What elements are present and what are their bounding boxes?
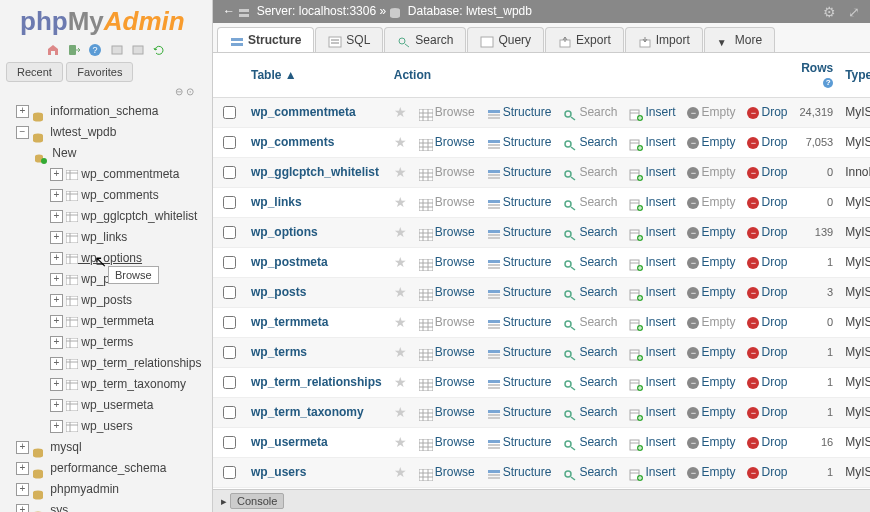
row-checkbox[interactable] [223,136,236,149]
db-node[interactable]: + performance_schema [8,458,208,479]
action-insert[interactable]: Insert [629,105,675,119]
breadcrumb-db[interactable]: lwtest_wpdb [466,4,532,18]
action-insert[interactable]: Insert [629,255,675,269]
expand-icon[interactable]: + [50,210,63,223]
favorite-star[interactable]: ★ [394,224,407,240]
row-checkbox[interactable] [223,316,236,329]
action-search[interactable]: Search [563,195,617,209]
expand-icon[interactable]: + [50,420,63,433]
action-drop[interactable]: −Drop [747,165,787,179]
action-browse[interactable]: Browse [419,375,475,389]
db-node[interactable]: + mysql [8,437,208,458]
action-drop[interactable]: −Drop [747,315,787,329]
col-table[interactable]: Table ▲ [245,53,388,98]
favorite-star[interactable]: ★ [394,254,407,270]
action-structure[interactable]: Structure [487,465,552,479]
expand-icon[interactable]: + [16,462,29,475]
action-empty[interactable]: −Empty [687,105,735,119]
action-browse[interactable]: Browse [419,225,475,239]
col-type[interactable]: Type [839,53,870,98]
action-empty[interactable]: −Empty [687,465,735,479]
action-insert[interactable]: Insert [629,165,675,179]
table-name[interactable]: wp_posts [245,277,388,307]
expand-icon[interactable]: + [50,168,63,181]
tab-import[interactable]: Import [625,27,703,52]
col-rows[interactable]: Rows? [794,53,840,98]
action-structure[interactable]: Structure [487,315,552,329]
expand-icon[interactable]: + [16,504,29,512]
action-search[interactable]: Search [563,105,617,119]
table-name[interactable]: wp_links [245,187,388,217]
action-empty[interactable]: −Empty [687,165,735,179]
favorite-star[interactable]: ★ [394,464,407,480]
action-structure[interactable]: Structure [487,345,552,359]
action-browse[interactable]: Browse [419,315,475,329]
page-exit-icon[interactable]: ⤢ [848,4,860,20]
breadcrumb-server[interactable]: localhost:3306 [299,4,376,18]
expand-icon[interactable]: + [50,231,63,244]
action-empty[interactable]: −Empty [687,285,735,299]
table-name[interactable]: wp_termmeta [245,307,388,337]
expand-icon[interactable]: + [50,357,63,370]
table-node[interactable]: + wp_users [8,416,208,437]
expand-icon[interactable]: + [50,336,63,349]
action-drop[interactable]: −Drop [747,285,787,299]
favorite-star[interactable]: ★ [394,284,407,300]
action-browse[interactable]: Browse [419,165,475,179]
action-browse[interactable]: Browse [419,345,475,359]
exit-icon[interactable] [67,42,81,56]
action-browse[interactable]: Browse [419,105,475,119]
action-structure[interactable]: Structure [487,255,552,269]
expand-icon[interactable]: + [50,273,63,286]
action-empty[interactable]: −Empty [687,195,735,209]
home-icon[interactable] [46,42,60,56]
action-structure[interactable]: Structure [487,195,552,209]
action-drop[interactable]: −Drop [747,465,787,479]
expand-icon[interactable]: + [50,294,63,307]
table-name[interactable]: wp_postmeta [245,247,388,277]
nav-left-icon[interactable]: ← [223,4,235,18]
expand-icon[interactable]: + [50,189,63,202]
expand-icon[interactable]: + [16,483,29,496]
action-structure[interactable]: Structure [487,165,552,179]
action-browse[interactable]: Browse [419,255,475,269]
console-chevron-icon[interactable]: ▸ [221,495,227,507]
action-insert[interactable]: Insert [629,315,675,329]
action-drop[interactable]: −Drop [747,105,787,119]
action-empty[interactable]: −Empty [687,135,735,149]
table-node[interactable]: + wp_commentmeta [8,164,208,185]
action-empty[interactable]: −Empty [687,435,735,449]
action-structure[interactable]: Structure [487,405,552,419]
action-empty[interactable]: −Empty [687,255,735,269]
row-checkbox[interactable] [223,196,236,209]
help-icon[interactable]: ? [823,78,833,88]
collapse-handle[interactable]: ⊖ ⊙ [0,82,212,101]
action-browse[interactable]: Browse [419,195,475,209]
action-browse[interactable]: Browse [419,405,475,419]
action-search[interactable]: Search [563,135,617,149]
row-checkbox[interactable] [223,226,236,239]
table-node[interactable]: + wp_posts [8,290,208,311]
action-empty[interactable]: −Empty [687,405,735,419]
table-name[interactable]: wp_gglcptch_whitelist [245,157,388,187]
favorite-star[interactable]: ★ [394,164,407,180]
tab-more[interactable]: ▼More [704,27,775,52]
action-drop[interactable]: −Drop [747,405,787,419]
row-checkbox[interactable] [223,166,236,179]
tab-export[interactable]: Export [545,27,624,52]
table-name[interactable]: wp_term_relationships [245,367,388,397]
action-empty[interactable]: −Empty [687,375,735,389]
action-insert[interactable]: Insert [629,405,675,419]
refresh-icon[interactable] [152,42,166,56]
row-checkbox[interactable] [223,256,236,269]
expand-icon[interactable]: + [50,252,63,265]
action-drop[interactable]: −Drop [747,345,787,359]
table-name[interactable]: wp_terms [245,337,388,367]
table-name[interactable]: wp_users [245,457,388,487]
table-name[interactable]: wp_options [245,217,388,247]
db-node[interactable]: + phpmyadmin [8,479,208,500]
action-insert[interactable]: Insert [629,435,675,449]
table-name[interactable]: wp_term_taxonomy [245,397,388,427]
row-checkbox[interactable] [223,466,236,479]
history-icon[interactable] [131,42,145,56]
